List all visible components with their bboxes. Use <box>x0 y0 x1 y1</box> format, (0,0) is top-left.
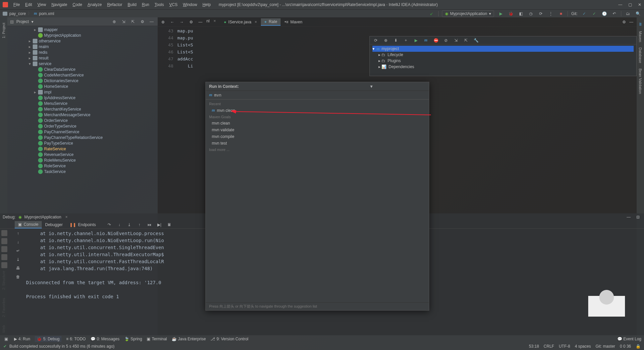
search-button[interactable]: 🔍 <box>635 10 641 17</box>
debug-tab-debugger[interactable]: Debugger <box>42 221 66 228</box>
git-revert-button[interactable]: ↶ <box>611 10 618 17</box>
step-into-icon[interactable]: ↓ <box>116 221 123 228</box>
tree-item-ipaddressservice[interactable]: IpAddressService <box>7 95 158 101</box>
run-cursor-icon[interactable]: ▶| <box>156 221 163 228</box>
popup-input[interactable] <box>214 93 426 98</box>
maximize-button[interactable]: ▢ <box>628 2 632 7</box>
down-icon[interactable]: ↓ <box>15 239 21 245</box>
tree-item-redis[interactable]: ▸redis <box>7 49 158 55</box>
close-icon[interactable]: × <box>65 215 67 219</box>
project-panel-title[interactable]: Project <box>16 19 29 24</box>
expand-icon[interactable]: ⇲ <box>120 18 127 25</box>
skip-tests-icon[interactable]: ⊘ <box>443 37 449 44</box>
rail-maven-text[interactable]: Maven <box>638 28 642 45</box>
maven-lifecycle[interactable]: ▸ 🗀 Lifecycle <box>372 52 634 58</box>
tree-item-impl[interactable]: ▸impl <box>7 89 158 95</box>
tree-item-merchantkeyservice[interactable]: MerchantKeyService <box>7 106 158 112</box>
sync-icon[interactable]: ↙ <box>428 10 435 17</box>
print-icon[interactable]: 🖶 <box>15 265 21 272</box>
rail-bean-tab[interactable]: Bean Validation <box>638 66 642 97</box>
file-encoding[interactable]: UTF-8 <box>559 344 570 349</box>
menu-run[interactable]: Run <box>139 1 152 8</box>
debug-config[interactable]: MyprojectApplication <box>24 215 61 219</box>
rail-database-tab[interactable]: Database <box>638 45 642 66</box>
target-icon[interactable]: ⊕ <box>160 19 166 25</box>
clear-icon[interactable]: 🗑 <box>15 274 21 280</box>
download-icon[interactable]: ⬇ <box>392 37 399 44</box>
rail-maven-tab[interactable]: m <box>638 20 643 28</box>
tree-item-codemerchantservice[interactable]: CodeMerchantService <box>7 72 158 78</box>
tree-item-dictionariesservice[interactable]: DictionariesService <box>7 78 158 83</box>
collapse-icon[interactable]: ⇲ <box>453 37 459 44</box>
bottom-tab-0--messages[interactable]: 💬0: Messages <box>91 336 120 342</box>
gear-icon[interactable]: ⚙ <box>139 18 146 25</box>
maven-dependencies[interactable]: ▸ 📊 Dependencies <box>372 64 634 70</box>
hide-icon[interactable]: — <box>197 19 204 25</box>
bottom-tab-spring[interactable]: 🍃Spring <box>124 336 142 342</box>
profile-button[interactable]: ◷ <box>527 10 534 17</box>
view-breakpoints-button[interactable] <box>1 254 7 260</box>
breadcrumb-file[interactable]: pom.xml <box>39 11 54 16</box>
menu-help[interactable]: Help <box>200 1 213 8</box>
stop-button[interactable]: ■ <box>557 10 564 17</box>
filter-icon[interactable]: ▼ <box>317 83 426 90</box>
drop-frame-icon[interactable]: ⏮ <box>146 221 153 228</box>
tree-item-ordertypeservice[interactable]: OrderTypeService <box>7 123 158 129</box>
bottom-tab-9--version-control[interactable]: ⎇9: Version Control <box>210 336 248 342</box>
git-commit-button[interactable]: ✓ <box>591 10 598 17</box>
maven-root[interactable]: ▾ m myproject <box>372 46 634 52</box>
step-over-icon[interactable]: ↷ <box>106 221 113 228</box>
generate-icon[interactable]: ⊕ <box>382 37 389 44</box>
menu-vcs[interactable]: VCS <box>167 1 180 8</box>
menu-tools[interactable]: Tools <box>152 1 167 8</box>
debug-tab-endpoints[interactable]: ❚❚Endpoints <box>66 221 99 228</box>
editor-tab-iservice[interactable]: ●IService.java× <box>220 19 260 25</box>
bottom-tab-5--debug[interactable]: 🐞5: Debug <box>35 336 61 342</box>
tree-item-paychanneltyperelationservice[interactable]: PayChannelTypeRelationService <box>7 135 158 140</box>
tree-item-merchantmessageservice[interactable]: MerchantMessageService <box>7 112 158 118</box>
close-button[interactable]: ✕ <box>638 2 641 7</box>
forward-icon[interactable]: → <box>178 19 185 25</box>
scroll-icon[interactable]: ⤓ <box>15 256 21 263</box>
hotswap-button[interactable]: ⟳ <box>537 10 544 17</box>
menu-edit[interactable]: Edit <box>22 1 35 8</box>
m-icon[interactable]: m <box>423 37 429 44</box>
coverage-button[interactable]: ◧ <box>517 10 524 17</box>
hide-icon[interactable]: — <box>628 19 635 25</box>
hide-icon[interactable]: — <box>148 18 155 25</box>
toggle-offline-icon[interactable]: ⛔ <box>433 37 439 44</box>
rail-project-tab[interactable]: 1: Project <box>2 20 6 41</box>
attach-button[interactable]: ⋮ <box>547 10 554 17</box>
git-history-button[interactable]: 🕓 <box>601 10 608 17</box>
tree-item-result[interactable]: ▸result <box>7 55 158 61</box>
tree-item-revenueservice[interactable]: RevenueService <box>7 152 158 157</box>
debug-tab-console[interactable]: ▣Console <box>15 221 42 228</box>
line-separator[interactable]: CRLF <box>544 344 554 349</box>
bottom-tab-6--todo[interactable]: ≡6: TODO <box>66 336 86 342</box>
add-icon[interactable]: ＋ <box>402 37 409 44</box>
menu-file[interactable]: File <box>11 1 22 8</box>
stop-button[interactable] <box>1 246 7 252</box>
popup-item-recent-mvn-clean[interactable]: m mvn clean <box>206 107 429 114</box>
lock-icon[interactable]: 🔒 <box>636 344 641 349</box>
force-step-icon[interactable]: ⤓ <box>126 221 133 228</box>
resume-button[interactable] <box>1 230 7 236</box>
folder-open-icon[interactable]: 🗂 <box>625 10 631 17</box>
tree-item-paytypeservice[interactable]: PayTypeService <box>7 140 158 146</box>
editor-tab-rate[interactable]: ●Rate <box>261 18 281 26</box>
popup-item-mvn-test[interactable]: mvn test <box>206 140 429 147</box>
hide-icon[interactable]: — <box>625 214 632 220</box>
popup-item-mvn-compile[interactable]: mvn compile <box>206 133 429 140</box>
tree-item-mapper[interactable]: ▸mapper <box>7 27 158 32</box>
tree-item-rateservice[interactable]: RateService <box>7 146 158 152</box>
tree-item-cleardataservice[interactable]: ClearDataService <box>7 66 158 72</box>
menu-analyze[interactable]: Analyze <box>85 1 105 8</box>
tree-item-roleservice[interactable]: RoleService <box>7 163 158 169</box>
tree-item-myprojectapplication[interactable]: MyprojectApplication <box>7 32 158 38</box>
tree-item-otherservice[interactable]: ▸otherservice <box>7 38 158 44</box>
tree-item-taskservice[interactable]: TaskService <box>7 169 158 174</box>
tree-item-realm[interactable]: ▸realm <box>7 44 158 49</box>
menu-build[interactable]: Build <box>125 1 139 8</box>
bottom-tab-4--run[interactable]: ▶4: Run <box>14 336 30 342</box>
pause-button[interactable] <box>1 238 7 244</box>
